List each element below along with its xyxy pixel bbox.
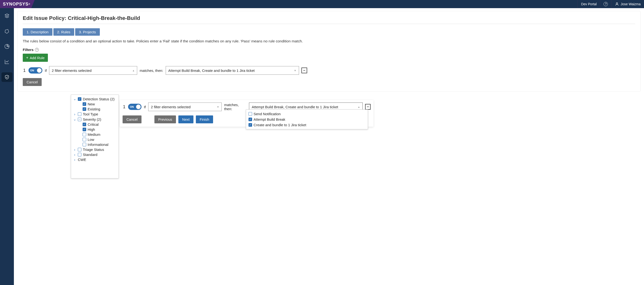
user-menu[interactable]: Jose Waizma xyxy=(611,0,644,8)
user-icon xyxy=(615,2,619,6)
dev-portal-link[interactable]: Dev Portal xyxy=(578,0,600,8)
help-button[interactable]: ? xyxy=(600,0,611,8)
brand-wrap: SYNOPSYS® xyxy=(0,0,35,8)
brand-reg: ® xyxy=(28,3,30,5)
brand-logo: SYNOPSYS® xyxy=(0,0,35,8)
top-right: Dev Portal ? Jose Waizma xyxy=(578,0,644,8)
help-icon: ? xyxy=(604,2,608,6)
topbar: SYNOPSYS® Dev Portal ? Jose Waizma xyxy=(0,0,644,8)
user-name: Jose Waizma xyxy=(620,2,641,6)
svg-point-0 xyxy=(616,3,618,4)
brand-text: SYNOPSYS xyxy=(3,2,28,7)
dev-portal-label: Dev Portal xyxy=(581,2,596,6)
